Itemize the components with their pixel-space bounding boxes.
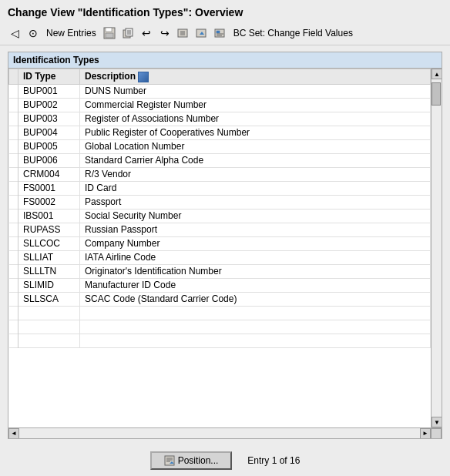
scroll-track[interactable] — [432, 79, 442, 417]
scroll-left-button[interactable]: ◄ — [8, 428, 19, 439]
svg-rect-18 — [165, 456, 174, 465]
row-id-type: CRM004 — [18, 167, 80, 181]
toolbar: ◁ ⊙ New Entries ↩ ↪ — [0, 22, 450, 45]
svg-rect-15 — [217, 31, 220, 33]
vertical-scrollbar[interactable]: ▲ ▼ — [431, 69, 442, 427]
table-row[interactable]: BUP003Register of Associations Number — [9, 112, 431, 126]
table-row[interactable]: CRM004R/3 Vendor — [9, 167, 431, 181]
table-row[interactable]: BUP004Public Register of Cooperatives Nu… — [9, 126, 431, 139]
table-row-empty — [9, 320, 431, 334]
row-selector[interactable] — [9, 292, 18, 306]
execute-icon[interactable]: ⊙ — [25, 25, 42, 42]
col-id-header[interactable]: ID Type — [18, 69, 80, 85]
row-id-type: SLLLTN — [18, 264, 80, 278]
table-row[interactable]: BUP001DUNS Number — [9, 84, 431, 98]
table-row[interactable]: RUPASSRussian Passport — [9, 223, 431, 236]
save-icon[interactable] — [101, 25, 118, 42]
page-title: Change View "Identification Types": Over… — [0, 0, 450, 22]
horizontal-scrollbar[interactable]: ◄ ► — [8, 428, 431, 438]
row-selector[interactable] — [9, 112, 18, 126]
col-desc-header[interactable]: Description — [80, 69, 431, 85]
row-selector[interactable] — [9, 181, 18, 195]
empty-id — [18, 306, 80, 320]
row-id-type: IBS001 — [18, 209, 80, 223]
table-row[interactable]: SLLSCASCAC Code (Standard Carrier Code) — [9, 292, 431, 306]
table-row[interactable]: FS0001ID Card — [9, 181, 431, 195]
row-description: Russian Passport — [80, 223, 431, 236]
row-description: DUNS Number — [80, 84, 431, 98]
row-description: Commercial Register Number — [80, 98, 431, 112]
table-row[interactable]: BUP006Standard Carrier Alpha Code — [9, 153, 431, 167]
copy-table-icon[interactable] — [119, 25, 136, 42]
column-sort-icon[interactable] — [138, 72, 149, 82]
row-selector[interactable] — [9, 139, 18, 153]
scroll-down-button[interactable]: ▼ — [432, 417, 442, 427]
position-icon — [164, 455, 175, 466]
row-selector[interactable] — [9, 209, 18, 223]
table-row-empty — [9, 334, 431, 347]
row-selector[interactable] — [9, 195, 18, 209]
row-selector[interactable] — [9, 126, 18, 139]
table-container: Identification Types ID Type Description — [8, 52, 442, 439]
table-row[interactable]: BUP005Global Location Number — [9, 139, 431, 153]
row-selector[interactable] — [9, 250, 18, 264]
scroll-right-button[interactable]: ► — [420, 428, 431, 439]
position-button[interactable]: Position... — [150, 451, 233, 470]
footer: Position... Entry 1 of 16 — [0, 445, 450, 476]
entry-info: Entry 1 of 16 — [247, 455, 300, 466]
scrollbar-corner — [431, 428, 442, 439]
row-id-type: RUPASS — [18, 223, 80, 236]
row-description: SCAC Code (Standard Carrier Code) — [80, 292, 431, 306]
row-description: IATA Airline Code — [80, 250, 431, 264]
back-icon[interactable]: ◁ — [6, 25, 23, 42]
settings-icon[interactable] — [212, 25, 229, 42]
row-description: ID Card — [80, 181, 431, 195]
row-selector[interactable] — [9, 278, 18, 292]
empty-id — [18, 334, 80, 347]
row-selector[interactable] — [9, 98, 18, 112]
scroll-thumb[interactable] — [432, 82, 441, 106]
scroll-up-button[interactable]: ▲ — [432, 69, 442, 79]
row-id-type: SLLSCA — [18, 292, 80, 306]
redo-icon[interactable]: ↪ — [156, 25, 173, 42]
row-id-type: BUP006 — [18, 153, 80, 167]
row-description: Register of Associations Number — [80, 112, 431, 126]
row-selector[interactable] — [9, 84, 18, 98]
table-scroll-area: ID Type Description BUP001DUNS NumberBUP… — [8, 69, 431, 427]
row-selector[interactable] — [9, 236, 18, 250]
row-selector[interactable] — [9, 223, 18, 236]
export-icon[interactable] — [175, 25, 192, 42]
row-description: Global Location Number — [80, 139, 431, 153]
import-icon[interactable] — [193, 25, 210, 42]
row-id-type: BUP005 — [18, 139, 80, 153]
title-text: Change View "Identification Types": Over… — [8, 6, 243, 18]
col-desc-label: Description — [85, 71, 136, 82]
table-row[interactable]: BUP002Commercial Register Number — [9, 98, 431, 112]
row-selector[interactable] — [9, 264, 18, 278]
row-description: Social Security Number — [80, 209, 431, 223]
table-section-title: Identification Types — [8, 52, 442, 69]
table-wrapper: ID Type Description BUP001DUNS NumberBUP… — [8, 69, 442, 427]
main-container: Change View "Identification Types": Over… — [0, 0, 450, 476]
new-entries-button[interactable]: New Entries — [43, 28, 99, 39]
content-area: Identification Types ID Type Description — [0, 45, 450, 445]
row-description: R/3 Vendor — [80, 167, 431, 181]
row-id-type: SLLIAT — [18, 250, 80, 264]
row-description: Company Number — [80, 236, 431, 250]
table-row[interactable]: IBS001Social Security Number — [9, 209, 431, 223]
row-id-type: BUP004 — [18, 126, 80, 139]
row-selector[interactable] — [9, 153, 18, 167]
undo-icon[interactable]: ↩ — [138, 25, 155, 42]
row-selector-empty — [9, 306, 18, 320]
row-id-type: SLLCOC — [18, 236, 80, 250]
svg-rect-2 — [106, 33, 113, 38]
row-description: Passport — [80, 195, 431, 209]
h-scroll-track[interactable] — [19, 428, 420, 439]
row-description: Originator's Identification Number — [80, 264, 431, 278]
table-row[interactable]: SLIMIDManufacturer ID Code — [9, 278, 431, 292]
table-row[interactable]: FS0002Passport — [9, 195, 431, 209]
table-row[interactable]: SLLLTNOriginator's Identification Number — [9, 264, 431, 278]
table-row[interactable]: SLLCOCCompany Number — [9, 236, 431, 250]
row-selector[interactable] — [9, 167, 18, 181]
table-row[interactable]: SLLIATIATA Airline Code — [9, 250, 431, 264]
